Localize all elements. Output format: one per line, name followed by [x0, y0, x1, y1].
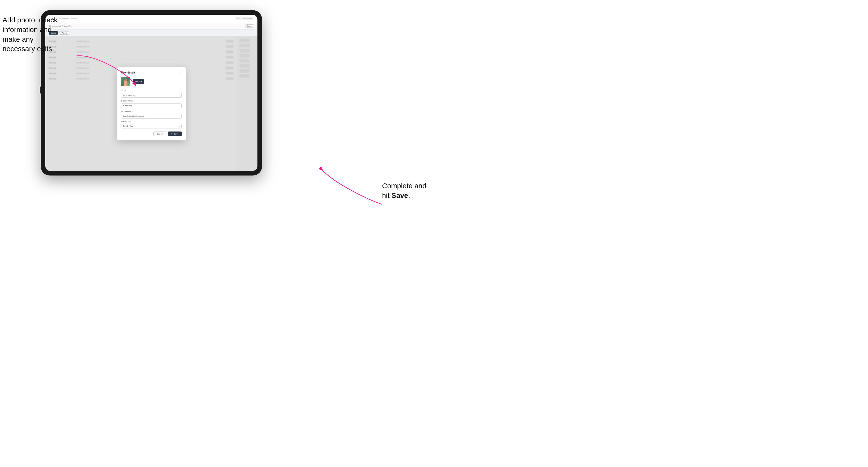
school-year-input[interactable]	[121, 124, 182, 128]
display-name-field-group: Display name	[121, 100, 182, 108]
app-subheader: Accounts & Privacy (Pro) Export	[45, 23, 257, 30]
app-header: Clipd Connections Library New Connection	[45, 15, 257, 23]
name-input[interactable]	[121, 93, 182, 98]
new-connection-button[interactable]: New Connection	[235, 17, 254, 20]
nav-connections: Connections	[58, 18, 69, 20]
app-nav: Connections Library	[58, 18, 78, 20]
school-year-arrow-icon[interactable]: ⌄	[179, 125, 180, 127]
annotation-right: Complete and hit Save.	[382, 181, 426, 200]
tab-active[interactable]: Active	[60, 31, 69, 35]
nav-library: Library	[71, 18, 77, 20]
tablet-frame: Clipd Connections Library New Connection…	[41, 10, 262, 176]
modal-footer: Cancel ⬆ Save	[121, 131, 182, 136]
app-toolbar: Users Active	[45, 30, 257, 37]
export-button[interactable]: Export	[245, 24, 254, 28]
modal-title: User details	[121, 71, 135, 74]
annotation-left: Add photo, check information and make an…	[3, 15, 58, 54]
tablet-screen: Clipd Connections Library New Connection…	[45, 15, 257, 171]
user-photo	[121, 77, 130, 86]
user-details-modal: User details × Upload	[117, 67, 186, 141]
cancel-button[interactable]: Cancel	[153, 131, 166, 136]
save-button[interactable]: ⬆ Save	[168, 131, 182, 136]
app-chrome: Clipd Connections Library New Connection…	[45, 15, 257, 171]
school-year-clear-icon[interactable]: ×	[176, 125, 177, 127]
upload-button[interactable]: Upload	[133, 80, 144, 84]
school-year-label: School Year	[121, 121, 182, 123]
school-year-field-group: School Year × ⌄	[121, 121, 182, 128]
display-name-input[interactable]	[121, 103, 182, 108]
modal-overlay: User details × Upload	[45, 37, 257, 171]
name-label: Name	[121, 89, 182, 92]
email-label: Email address	[121, 110, 182, 113]
email-field-group: Email address	[121, 110, 182, 119]
annotation-arrow-right	[311, 163, 387, 209]
app-content: First Last user@email.com First Last use…	[45, 37, 257, 171]
modal-photo-row: Upload	[121, 77, 182, 86]
email-input[interactable]	[121, 114, 182, 119]
school-year-wrapper: × ⌄	[121, 124, 182, 128]
save-icon: ⬆	[171, 133, 173, 135]
modal-header: User details ×	[121, 71, 182, 74]
display-name-label: Display name	[121, 100, 182, 102]
modal-close-button[interactable]: ×	[180, 71, 182, 74]
name-field-group: Name	[121, 89, 182, 98]
